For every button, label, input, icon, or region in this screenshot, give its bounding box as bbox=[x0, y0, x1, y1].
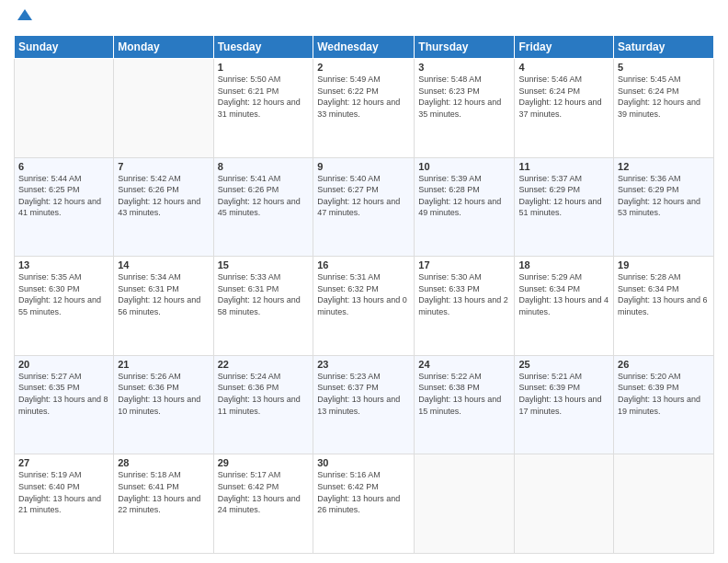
calendar-cell: 4Sunrise: 5:46 AM Sunset: 6:24 PM Daylig… bbox=[515, 59, 614, 158]
calendar-cell: 13Sunrise: 5:35 AM Sunset: 6:30 PM Dayli… bbox=[15, 257, 114, 356]
calendar-cell: 3Sunrise: 5:48 AM Sunset: 6:23 PM Daylig… bbox=[415, 59, 515, 158]
day-number: 6 bbox=[18, 161, 109, 172]
day-number: 30 bbox=[317, 457, 410, 468]
day-number: 7 bbox=[118, 161, 209, 172]
day-number: 15 bbox=[218, 259, 310, 270]
weekday-header-wednesday: Wednesday bbox=[313, 36, 415, 59]
day-info: Sunrise: 5:19 AM Sunset: 6:40 PM Dayligh… bbox=[18, 469, 109, 515]
day-info: Sunrise: 5:35 AM Sunset: 6:30 PM Dayligh… bbox=[18, 271, 109, 317]
calendar-cell: 7Sunrise: 5:42 AM Sunset: 6:26 PM Daylig… bbox=[114, 157, 213, 257]
day-number: 2 bbox=[317, 62, 410, 73]
day-number: 29 bbox=[218, 457, 310, 468]
weekday-header-sunday: Sunday bbox=[15, 36, 114, 59]
calendar-cell: 22Sunrise: 5:24 AM Sunset: 6:36 PM Dayli… bbox=[213, 355, 313, 454]
day-info: Sunrise: 5:30 AM Sunset: 6:33 PM Dayligh… bbox=[418, 271, 510, 317]
day-info: Sunrise: 5:39 AM Sunset: 6:28 PM Dayligh… bbox=[418, 173, 510, 219]
day-number: 10 bbox=[418, 161, 510, 172]
day-info: Sunrise: 5:48 AM Sunset: 6:23 PM Dayligh… bbox=[418, 74, 510, 120]
calendar-cell bbox=[114, 59, 213, 158]
day-info: Sunrise: 5:20 AM Sunset: 6:39 PM Dayligh… bbox=[618, 371, 710, 417]
day-info: Sunrise: 5:42 AM Sunset: 6:26 PM Dayligh… bbox=[118, 173, 209, 219]
calendar-cell bbox=[415, 454, 515, 554]
calendar-cell: 30Sunrise: 5:16 AM Sunset: 6:42 PM Dayli… bbox=[313, 454, 415, 554]
calendar-cell: 14Sunrise: 5:34 AM Sunset: 6:31 PM Dayli… bbox=[114, 257, 213, 356]
calendar-cell: 29Sunrise: 5:17 AM Sunset: 6:42 PM Dayli… bbox=[213, 454, 313, 554]
day-info: Sunrise: 5:26 AM Sunset: 6:36 PM Dayligh… bbox=[118, 371, 209, 417]
weekday-header-tuesday: Tuesday bbox=[213, 36, 313, 59]
weekday-header-saturday: Saturday bbox=[614, 36, 714, 59]
day-number: 25 bbox=[518, 359, 609, 370]
calendar-cell: 21Sunrise: 5:26 AM Sunset: 6:36 PM Dayli… bbox=[114, 355, 213, 454]
calendar-week-row: 27Sunrise: 5:19 AM Sunset: 6:40 PM Dayli… bbox=[15, 454, 714, 554]
day-number: 5 bbox=[618, 62, 710, 73]
day-info: Sunrise: 5:36 AM Sunset: 6:29 PM Dayligh… bbox=[618, 173, 710, 219]
calendar-cell: 8Sunrise: 5:41 AM Sunset: 6:26 PM Daylig… bbox=[213, 157, 313, 257]
day-number: 13 bbox=[18, 259, 109, 270]
day-number: 12 bbox=[618, 161, 710, 172]
calendar-cell bbox=[515, 454, 614, 554]
day-info: Sunrise: 5:45 AM Sunset: 6:24 PM Dayligh… bbox=[618, 74, 710, 120]
calendar-cell: 19Sunrise: 5:28 AM Sunset: 6:34 PM Dayli… bbox=[614, 257, 714, 356]
day-info: Sunrise: 5:27 AM Sunset: 6:35 PM Dayligh… bbox=[18, 371, 109, 417]
day-info: Sunrise: 5:22 AM Sunset: 6:38 PM Dayligh… bbox=[418, 371, 510, 417]
page: SundayMondayTuesdayWednesdayThursdayFrid… bbox=[0, 0, 728, 563]
day-number: 3 bbox=[418, 62, 510, 73]
weekday-header-monday: Monday bbox=[114, 36, 213, 59]
day-number: 28 bbox=[118, 457, 209, 468]
calendar-cell: 25Sunrise: 5:21 AM Sunset: 6:39 PM Dayli… bbox=[515, 355, 614, 454]
calendar-week-row: 20Sunrise: 5:27 AM Sunset: 6:35 PM Dayli… bbox=[15, 355, 714, 454]
day-number: 18 bbox=[518, 259, 609, 270]
calendar-cell: 24Sunrise: 5:22 AM Sunset: 6:38 PM Dayli… bbox=[415, 355, 515, 454]
day-info: Sunrise: 5:44 AM Sunset: 6:25 PM Dayligh… bbox=[18, 173, 109, 219]
calendar-cell bbox=[15, 59, 114, 158]
day-number: 11 bbox=[518, 161, 609, 172]
day-number: 14 bbox=[118, 259, 209, 270]
day-info: Sunrise: 5:41 AM Sunset: 6:26 PM Dayligh… bbox=[218, 173, 310, 219]
day-number: 26 bbox=[618, 359, 710, 370]
day-info: Sunrise: 5:34 AM Sunset: 6:31 PM Dayligh… bbox=[118, 271, 209, 317]
calendar-cell: 12Sunrise: 5:36 AM Sunset: 6:29 PM Dayli… bbox=[614, 157, 714, 257]
day-info: Sunrise: 5:16 AM Sunset: 6:42 PM Dayligh… bbox=[317, 469, 410, 515]
day-info: Sunrise: 5:29 AM Sunset: 6:34 PM Dayligh… bbox=[518, 271, 609, 317]
day-info: Sunrise: 5:46 AM Sunset: 6:24 PM Dayligh… bbox=[518, 74, 609, 120]
calendar-cell: 23Sunrise: 5:23 AM Sunset: 6:37 PM Dayli… bbox=[313, 355, 415, 454]
calendar-cell: 17Sunrise: 5:30 AM Sunset: 6:33 PM Dayli… bbox=[415, 257, 515, 356]
day-number: 4 bbox=[518, 62, 609, 73]
day-info: Sunrise: 5:33 AM Sunset: 6:31 PM Dayligh… bbox=[218, 271, 310, 317]
calendar-cell: 15Sunrise: 5:33 AM Sunset: 6:31 PM Dayli… bbox=[213, 257, 313, 356]
weekday-header-thursday: Thursday bbox=[415, 36, 515, 59]
day-info: Sunrise: 5:18 AM Sunset: 6:41 PM Dayligh… bbox=[118, 469, 209, 515]
day-info: Sunrise: 5:40 AM Sunset: 6:27 PM Dayligh… bbox=[317, 173, 410, 219]
calendar-cell: 2Sunrise: 5:49 AM Sunset: 6:22 PM Daylig… bbox=[313, 59, 415, 158]
day-number: 21 bbox=[118, 359, 209, 370]
day-number: 16 bbox=[317, 259, 410, 270]
day-number: 20 bbox=[18, 359, 109, 370]
calendar-cell: 16Sunrise: 5:31 AM Sunset: 6:32 PM Dayli… bbox=[313, 257, 415, 356]
day-number: 17 bbox=[418, 259, 510, 270]
calendar-week-row: 6Sunrise: 5:44 AM Sunset: 6:25 PM Daylig… bbox=[15, 157, 714, 257]
calendar-table: SundayMondayTuesdayWednesdayThursdayFrid… bbox=[14, 35, 714, 554]
header bbox=[14, 9, 714, 28]
day-info: Sunrise: 5:24 AM Sunset: 6:36 PM Dayligh… bbox=[218, 371, 310, 417]
day-info: Sunrise: 5:17 AM Sunset: 6:42 PM Dayligh… bbox=[218, 469, 310, 515]
day-number: 1 bbox=[218, 62, 310, 73]
day-info: Sunrise: 5:50 AM Sunset: 6:21 PM Dayligh… bbox=[218, 74, 310, 120]
day-number: 23 bbox=[317, 359, 410, 370]
day-info: Sunrise: 5:21 AM Sunset: 6:39 PM Dayligh… bbox=[518, 371, 609, 417]
day-number: 8 bbox=[218, 161, 310, 172]
day-info: Sunrise: 5:49 AM Sunset: 6:22 PM Dayligh… bbox=[317, 74, 410, 120]
day-info: Sunrise: 5:23 AM Sunset: 6:37 PM Dayligh… bbox=[317, 371, 410, 417]
day-number: 22 bbox=[218, 359, 310, 370]
day-info: Sunrise: 5:28 AM Sunset: 6:34 PM Dayligh… bbox=[618, 271, 710, 317]
calendar-week-row: 13Sunrise: 5:35 AM Sunset: 6:30 PM Dayli… bbox=[15, 257, 714, 356]
calendar-cell: 26Sunrise: 5:20 AM Sunset: 6:39 PM Dayli… bbox=[614, 355, 714, 454]
calendar-cell: 11Sunrise: 5:37 AM Sunset: 6:29 PM Dayli… bbox=[515, 157, 614, 257]
calendar-cell: 18Sunrise: 5:29 AM Sunset: 6:34 PM Dayli… bbox=[515, 257, 614, 356]
day-info: Sunrise: 5:31 AM Sunset: 6:32 PM Dayligh… bbox=[317, 271, 410, 317]
calendar-cell: 27Sunrise: 5:19 AM Sunset: 6:40 PM Dayli… bbox=[15, 454, 114, 554]
svg-marker-0 bbox=[17, 9, 32, 20]
day-info: Sunrise: 5:37 AM Sunset: 6:29 PM Dayligh… bbox=[518, 173, 609, 219]
calendar-cell: 10Sunrise: 5:39 AM Sunset: 6:28 PM Dayli… bbox=[415, 157, 515, 257]
calendar-cell: 20Sunrise: 5:27 AM Sunset: 6:35 PM Dayli… bbox=[15, 355, 114, 454]
calendar-cell: 6Sunrise: 5:44 AM Sunset: 6:25 PM Daylig… bbox=[15, 157, 114, 257]
